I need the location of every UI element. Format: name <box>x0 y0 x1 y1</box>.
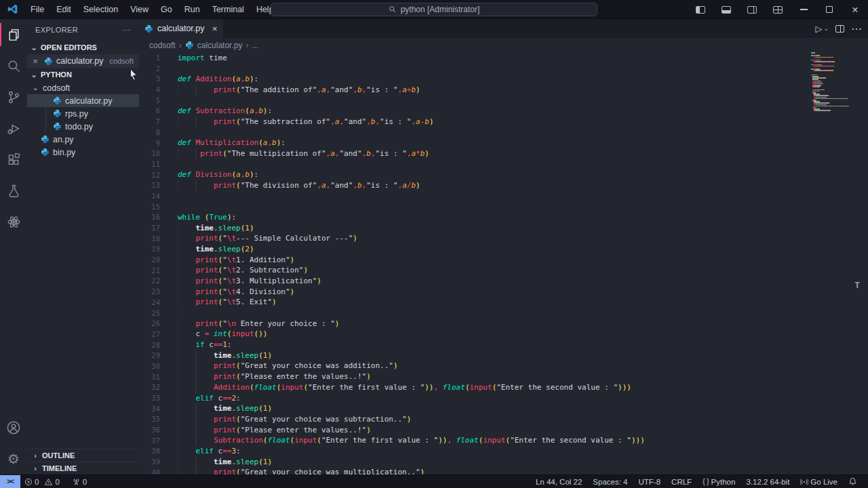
line-number: 31 <box>139 372 160 383</box>
close-button[interactable]: ✕ <box>842 0 868 19</box>
line-number: 13 <box>139 180 160 191</box>
problems-indicator[interactable]: 0 0 <box>20 478 64 486</box>
line-number: 23 <box>139 287 160 298</box>
editor-more-actions-icon[interactable]: ⋯ <box>851 22 863 35</box>
tree-item-an-py[interactable]: an.py <box>27 133 139 146</box>
menu-go[interactable]: Go <box>155 5 178 14</box>
editor-group: calculator.py ✕ ▷⌄ ⋯ codsoft › calculato… <box>139 19 868 474</box>
maximize-button[interactable] <box>816 0 842 19</box>
breadcrumb-symbol[interactable]: ... <box>252 41 258 50</box>
run-python-file-button[interactable]: ▷⌄ <box>815 24 829 34</box>
react-extension-icon[interactable] <box>0 206 27 237</box>
testing-icon[interactable] <box>0 175 27 206</box>
layout-sidebar-icon[interactable] <box>688 0 713 19</box>
cursor-position[interactable]: Ln 44, Col 22 <box>532 478 586 486</box>
explorer-more-actions-icon[interactable]: ⋯ <box>123 26 131 35</box>
line-number: 6 <box>139 106 160 117</box>
line-number: 4 <box>139 85 160 96</box>
line-number: 9 <box>139 138 160 149</box>
status-bar: >< 0 0 0 Ln 44, Col 22 Spaces: 4 UTF-8 C… <box>0 474 868 488</box>
tab-calculator-py[interactable]: calculator.py ✕ <box>139 19 223 38</box>
minimize-button[interactable] <box>791 0 816 19</box>
code-line-38: elif c==3: <box>178 446 868 457</box>
tree-item-calculator-py[interactable]: calculator.py <box>27 94 139 107</box>
tree-folder-codsoft[interactable]: ⌄codsoft <box>27 81 139 94</box>
tree-item-rps-py[interactable]: rps.py <box>27 107 139 120</box>
line-number-gutter: 1234567891011121314151617181920212223242… <box>139 52 169 474</box>
line-number: 12 <box>139 170 160 181</box>
tree-item-todo-py[interactable]: todo.py <box>27 120 139 133</box>
eol-sequence[interactable]: CRLF <box>667 478 696 486</box>
line-number: 37 <box>139 436 160 447</box>
menu-selection[interactable]: Selection <box>77 5 124 14</box>
radio-tower-icon <box>72 477 81 486</box>
command-center-search[interactable]: python [Administrator] <box>271 3 597 16</box>
extensions-icon[interactable] <box>0 144 27 175</box>
remote-indicator[interactable]: >< <box>0 475 20 488</box>
line-number: 24 <box>139 298 160 308</box>
tab-label: calculator.py <box>157 24 204 33</box>
line-number: 34 <box>139 404 160 415</box>
code-line-13: print("The division of",a,"and",b,"is : … <box>178 180 868 191</box>
menu-view[interactable]: View <box>124 5 155 14</box>
menu-edit[interactable]: Edit <box>50 5 77 14</box>
workspace-section[interactable]: ⌄ PYTHON <box>27 68 139 81</box>
open-editor-item[interactable]: ✕ calculator.py codsoft <box>27 54 139 68</box>
split-editor-icon[interactable] <box>835 25 844 33</box>
tree-item-bin-py[interactable]: bin.py <box>27 146 139 159</box>
python-interpreter[interactable]: 3.12.2 64-bit <box>742 478 793 486</box>
code-line-30: print("Great your choice was addition.."… <box>178 361 868 371</box>
code-line-22: print("\t3. Multiplication") <box>178 276 868 287</box>
source-control-icon[interactable] <box>0 81 27 113</box>
chevron-right-icon: › <box>245 41 248 50</box>
code-line-17: time.sleep(1) <box>178 223 868 234</box>
go-live-button[interactable]: Go Live <box>796 478 842 486</box>
code-line-5 <box>178 96 868 106</box>
minimap[interactable] <box>811 52 853 112</box>
menu-terminal[interactable]: Terminal <box>206 5 250 14</box>
explorer-icon[interactable] <box>0 19 27 50</box>
code-line-20: print("\t1. Addition") <box>178 255 868 266</box>
layout-sidebar-right-icon[interactable] <box>739 0 765 19</box>
menu-run[interactable]: Run <box>178 5 206 14</box>
indentation[interactable]: Spaces: 4 <box>589 478 631 486</box>
code-line-39: time.sleep(1) <box>178 457 868 468</box>
line-number: 3 <box>139 74 160 85</box>
accounts-icon[interactable] <box>0 412 27 443</box>
line-number: 30 <box>139 361 160 372</box>
code-line-28: if c==1: <box>178 340 868 350</box>
notifications-bell-icon[interactable] <box>844 477 861 486</box>
language-mode[interactable]: { }Python <box>698 478 739 486</box>
code-line-1: import time <box>178 53 868 64</box>
line-number: 10 <box>139 148 160 159</box>
open-editors-section[interactable]: ⌄ OPEN EDITORS <box>27 41 139 54</box>
outline-section[interactable]: › OUTLINE <box>27 449 139 462</box>
code-line-40: print("Great your choice was multiplicat… <box>178 467 868 474</box>
run-and-debug-icon[interactable] <box>0 113 27 144</box>
python-file-icon <box>41 148 50 157</box>
code-line-19: time.sleep(2) <box>178 244 868 255</box>
ports-indicator[interactable]: 0 <box>68 477 91 486</box>
menu-file[interactable]: File <box>24 5 50 14</box>
breadcrumb-file[interactable]: calculator.py <box>197 41 243 50</box>
python-file-icon <box>53 109 62 118</box>
search-sidebar-icon[interactable] <box>0 50 27 81</box>
breadcrumb-folder[interactable]: codsoft <box>149 41 176 50</box>
code-editor[interactable]: 1234567891011121314151617181920212223242… <box>139 52 868 474</box>
chevron-down-icon: ⌄ <box>31 83 39 92</box>
timeline-section[interactable]: › TIMELINE <box>27 462 139 474</box>
tab-close-icon[interactable]: ✕ <box>212 25 218 33</box>
encoding[interactable]: UTF-8 <box>635 478 665 486</box>
layout-panel-icon[interactable] <box>713 0 739 19</box>
braces-icon: { } <box>703 478 709 485</box>
breadcrumb: codsoft › calculator.py › ... <box>139 38 868 52</box>
tab-bar: calculator.py ✕ ▷⌄ ⋯ <box>139 19 868 38</box>
close-icon[interactable]: ✕ <box>33 58 41 65</box>
line-number: 32 <box>139 382 160 393</box>
line-number: 28 <box>139 340 160 351</box>
python-file-icon <box>53 96 62 105</box>
run-dropdown-icon[interactable]: ⌄ <box>823 25 829 32</box>
file-tree: ⌄codsoftcalculator.pyrps.pytodo.pyan.pyb… <box>27 81 139 159</box>
customize-layout-icon[interactable] <box>765 0 791 19</box>
settings-gear-icon[interactable]: ⚙ <box>0 443 27 474</box>
